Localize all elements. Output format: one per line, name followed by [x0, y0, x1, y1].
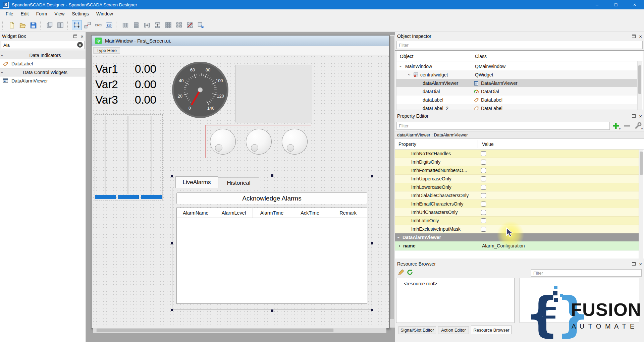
- property-row[interactable]: ImhUrlCharactersOnly: [395, 208, 639, 217]
- save-form-button[interactable]: [28, 20, 38, 30]
- data-label-widget[interactable]: Var3 0.00: [95, 92, 156, 107]
- acknowledge-alarms-button[interactable]: Acknowledge Alarms: [176, 192, 367, 204]
- edit-signals-slots-button[interactable]: [83, 20, 93, 30]
- data-label-widget[interactable]: Var2 0.00: [95, 76, 156, 92]
- edit-tab-order-button[interactable]: 123: [104, 20, 114, 30]
- edit-buddies-button[interactable]: [93, 20, 103, 30]
- float-panel-icon[interactable]: [632, 114, 636, 118]
- knob-widget[interactable]: [282, 129, 308, 155]
- checkbox[interactable]: [481, 160, 486, 165]
- column-header[interactable]: AckTime: [291, 208, 329, 218]
- data-dial-widget[interactable]: 020406080100120140: [171, 61, 229, 119]
- property-row[interactable]: ImhUppercaseOnly: [395, 175, 639, 183]
- selection-handle[interactable]: [171, 242, 173, 244]
- tree-row-dataalarmviewer-selected[interactable]: dataAlarmViewer DataAlarmViewer: [396, 79, 637, 87]
- configure-property-button[interactable]: ▾: [634, 122, 642, 130]
- reload-resources-button[interactable]: [407, 269, 413, 276]
- menu-window[interactable]: Window: [93, 9, 117, 18]
- menu-edit[interactable]: Edit: [17, 9, 33, 18]
- column-header[interactable]: Remark: [329, 208, 367, 218]
- tab-livealarms[interactable]: LiveAlarms: [175, 176, 218, 188]
- section-data-control-widgets[interactable]: › Data Control Widgets: [0, 68, 86, 76]
- layout-form-button[interactable]: [174, 20, 184, 30]
- layout-grid-button[interactable]: [163, 20, 173, 30]
- window-cascade-button[interactable]: [45, 20, 55, 30]
- vertical-slider[interactable]: [118, 115, 139, 201]
- property-row[interactable]: ImhFormattedNumbersO...: [395, 166, 639, 175]
- menu-file[interactable]: File: [2, 9, 17, 18]
- property-editor-scrollbar[interactable]: [639, 150, 643, 259]
- checkbox[interactable]: [481, 176, 486, 181]
- frame-widget[interactable]: [235, 65, 312, 122]
- close-panel-icon[interactable]: ×: [639, 34, 642, 39]
- break-layout-button[interactable]: [185, 20, 195, 30]
- object-inspector-filter-input[interactable]: [396, 41, 643, 49]
- checkbox[interactable]: [481, 151, 486, 156]
- selection-handle[interactable]: [371, 309, 373, 311]
- checkbox[interactable]: [481, 210, 486, 215]
- selection-handle[interactable]: [171, 175, 173, 177]
- object-inspector-scrollbar[interactable]: [637, 61, 642, 110]
- slider-handle[interactable]: [141, 195, 162, 199]
- edit-resources-button[interactable]: [398, 269, 405, 276]
- selection-handle[interactable]: [171, 309, 173, 311]
- tab-resource-browser[interactable]: Resource Browser: [471, 326, 512, 334]
- resource-root-item[interactable]: <resource root>: [404, 281, 437, 286]
- layout-vertically-button[interactable]: [131, 20, 141, 30]
- column-value[interactable]: Value: [482, 141, 494, 147]
- checkbox[interactable]: [481, 227, 486, 232]
- form-window-titlebar[interactable]: Qt MainWindow - First_Screen.ui.: [92, 36, 389, 46]
- checkbox[interactable]: [481, 202, 486, 207]
- alarm-table[interactable]: AlarmName AlarmLevel AlarmTime AckTime R…: [176, 208, 367, 304]
- close-panel-icon[interactable]: ×: [80, 34, 84, 39]
- resource-filter-input[interactable]: [531, 269, 642, 277]
- property-filter-input[interactable]: [396, 122, 610, 130]
- knob-widget[interactable]: [246, 129, 272, 155]
- selection-handle[interactable]: [271, 174, 273, 177]
- scrollbar-thumb[interactable]: [640, 152, 643, 175]
- new-form-button[interactable]: [7, 20, 17, 30]
- property-row[interactable]: ImhDialableCharactersOnly: [395, 191, 639, 200]
- tab-action-editor[interactable]: Action Editor: [438, 326, 469, 334]
- scrollbar-thumb[interactable]: [638, 65, 641, 94]
- tree-row-datalabel2[interactable]: dataLabel_2 DataLabel: [396, 104, 637, 110]
- tab-signal-slot-editor[interactable]: Signal/Slot Editor: [398, 326, 436, 334]
- property-row[interactable]: ImhEmailCharactersOnly: [395, 200, 639, 208]
- tree-row-centralwidget[interactable]: › centralwidget QWidget: [396, 70, 637, 79]
- checkbox[interactable]: [481, 185, 486, 190]
- scrollbar-thumb[interactable]: [97, 329, 333, 332]
- float-panel-icon[interactable]: [73, 35, 77, 38]
- menu-view[interactable]: View: [51, 9, 68, 18]
- menu-form[interactable]: Form: [33, 9, 51, 18]
- slider-handle[interactable]: [95, 195, 116, 199]
- slider-handle[interactable]: [118, 195, 139, 199]
- widget-item-dataalarmviewer[interactable]: DataAlarmViewer: [0, 76, 86, 85]
- data-label-widget[interactable]: Var1 0.00: [95, 61, 156, 76]
- knob-group-selected[interactable]: [205, 125, 311, 158]
- tree-row-datalabel[interactable]: dataLabel DataLabel: [396, 96, 637, 104]
- edit-widgets-button[interactable]: [72, 20, 82, 30]
- menu-type-here[interactable]: Type Here: [93, 47, 120, 54]
- checkbox[interactable]: [481, 218, 486, 223]
- checkbox[interactable]: [481, 168, 486, 173]
- column-header[interactable]: AlarmLevel: [215, 208, 253, 218]
- add-property-button[interactable]: ▾: [612, 122, 620, 130]
- checkbox[interactable]: [481, 193, 486, 198]
- widget-item-datalabel[interactable]: DataLabel: [0, 59, 86, 68]
- layout-horizontally-button[interactable]: [120, 20, 130, 30]
- property-row[interactable]: ImhNoTextHandles: [395, 150, 639, 158]
- section-data-indicators[interactable]: › Data Indicators: [0, 51, 86, 59]
- window-tile-button[interactable]: [55, 20, 65, 30]
- layout-vertically-splitter-button[interactable]: [153, 20, 163, 30]
- vertical-slider[interactable]: [141, 115, 162, 201]
- selection-handle[interactable]: [371, 242, 373, 244]
- property-row[interactable]: ImhLowercaseOnly: [395, 183, 639, 191]
- horizontal-scrollbar[interactable]: [93, 328, 386, 333]
- tree-row-datadial[interactable]: dataDial DataDial: [396, 87, 637, 96]
- close-button[interactable]: ×: [625, 0, 644, 9]
- layout-horizontally-splitter-button[interactable]: [142, 20, 152, 30]
- column-class[interactable]: Class: [475, 54, 487, 59]
- tree-row-mainwindow[interactable]: › MainWindow QMainWindow: [396, 62, 637, 70]
- column-property[interactable]: Property: [398, 141, 416, 147]
- column-header[interactable]: AlarmName: [177, 208, 215, 218]
